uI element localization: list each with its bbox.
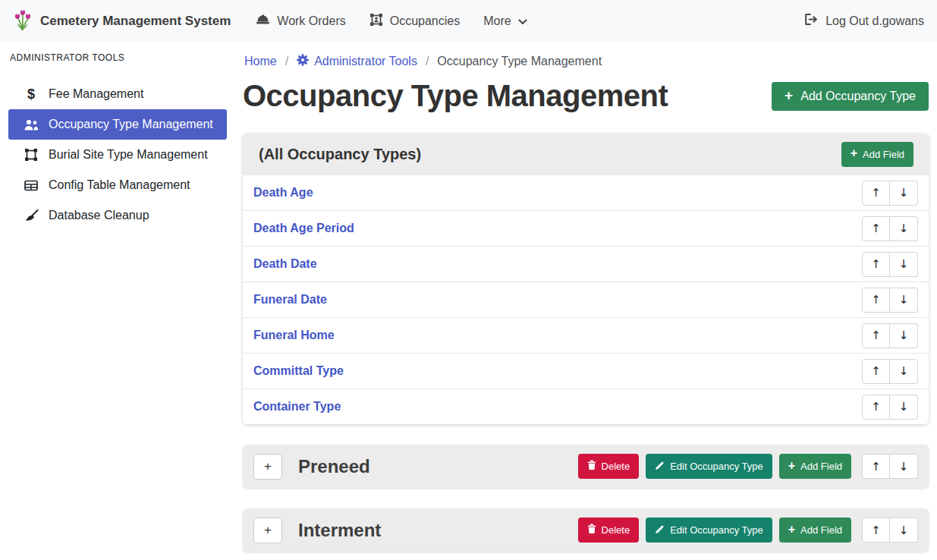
field-link-container-type[interactable]: Container Type [253, 400, 341, 414]
sidebar-heading: ADMINISTRATOR TOOLS [8, 49, 227, 63]
move-down-button[interactable]: ↓ [890, 252, 918, 277]
sidebar-item-database-cleanup[interactable]: Database Cleanup [8, 200, 227, 231]
top-navbar: Cemetery Management System Work Orders [0, 0, 937, 42]
add-field-label: Add Field [800, 524, 842, 536]
field-row: Funeral Date ↑ ↓ [243, 282, 929, 317]
add-field-button[interactable]: + Add Field [779, 454, 851, 479]
all-occupancy-types-header: (All Occupancy Types) + Add Field [243, 134, 929, 175]
logout-icon [803, 13, 819, 29]
pencil-icon [655, 461, 665, 473]
move-up-button[interactable]: ↑ [862, 518, 890, 543]
gear-icon [297, 54, 309, 69]
page-title: Occupancy Type Management [243, 79, 668, 113]
breadcrumb-admin-tools-label: Administrator Tools [314, 55, 417, 68]
breadcrumb-home[interactable]: Home [244, 55, 277, 68]
expand-button[interactable]: + [253, 518, 282, 543]
plus-icon: + [785, 88, 793, 102]
field-link-death-date[interactable]: Death Date [253, 257, 317, 271]
breadcrumb-current: Occupancy Type Management [437, 55, 602, 68]
reorder-controls: ↑ ↓ [862, 518, 918, 543]
logout-label: Log Out d.gowans [825, 14, 924, 28]
breadcrumb-administrator-tools[interactable]: Administrator Tools [297, 54, 417, 69]
broom-icon [22, 209, 40, 222]
add-field-button[interactable]: + Add Field [841, 142, 913, 167]
nav-more[interactable]: More [483, 14, 527, 28]
edit-occupancy-type-button[interactable]: Edit Occupancy Type [646, 454, 772, 479]
delete-label: Delete [602, 524, 630, 536]
sidebar: ADMINISTRATOR TOOLS $ Fee Management Occ… [0, 42, 235, 560]
plus-icon: + [851, 147, 857, 159]
breadcrumb-separator: / [426, 55, 429, 68]
move-up-button[interactable]: ↑ [862, 252, 890, 277]
field-row: Death Age ↑ ↓ [243, 175, 929, 210]
field-link-funeral-home[interactable]: Funeral Home [253, 329, 335, 342]
field-link-committal-type[interactable]: Committal Type [253, 364, 344, 378]
field-link-death-age[interactable]: Death Age [253, 186, 313, 200]
move-down-button[interactable]: ↓ [890, 359, 918, 384]
dollar-icon: $ [22, 87, 40, 102]
reorder-controls: ↑ ↓ [862, 216, 918, 241]
reorder-controls: ↑ ↓ [862, 454, 918, 479]
app-title: Cemetery Management System [40, 14, 231, 29]
move-up-button[interactable]: ↑ [862, 323, 890, 348]
sidebar-item-label: Config Table Management [49, 178, 190, 192]
sidebar-item-fee-management[interactable]: $ Fee Management [8, 79, 227, 109]
move-up-button[interactable]: ↑ [862, 181, 890, 206]
sidebar-item-occupancy-type-management[interactable]: Occupancy Type Management [8, 109, 227, 140]
add-occupancy-type-button[interactable]: + Add Occupancy Type [772, 82, 929, 111]
field-row: Funeral Home ↑ ↓ [243, 317, 929, 353]
chevron-down-icon [518, 14, 527, 28]
move-up-button[interactable]: ↑ [862, 288, 890, 313]
move-down-button[interactable]: ↓ [890, 181, 918, 206]
burial-plot-icon [369, 13, 383, 30]
move-up-button[interactable]: ↑ [862, 359, 890, 384]
pencil-icon [655, 524, 665, 536]
breadcrumb-home-label: Home [244, 55, 277, 68]
plus-icon: + [788, 524, 795, 536]
reorder-controls: ↑ ↓ [862, 181, 918, 206]
sidebar-item-burial-site-type-management[interactable]: Burial Site Type Management [8, 140, 227, 170]
app-brand[interactable]: Cemetery Management System [13, 8, 231, 34]
field-row: Committal Type ↑ ↓ [243, 353, 929, 389]
delete-button[interactable]: Delete [578, 518, 640, 543]
move-down-button[interactable]: ↓ [890, 518, 918, 543]
occupancy-type-section-preneed: + Preneed Delete [243, 445, 929, 488]
move-down-button[interactable]: ↓ [890, 395, 918, 420]
expand-button[interactable]: + [253, 454, 282, 480]
move-down-button[interactable]: ↓ [890, 288, 918, 313]
move-down-button[interactable]: ↓ [890, 454, 918, 479]
section-actions: Delete Edit Occupancy Type + Add Field ↑ [578, 518, 918, 543]
sidebar-item-label: Fee Management [49, 87, 143, 101]
edit-occupancy-type-button[interactable]: Edit Occupancy Type [646, 518, 772, 543]
sidebar-item-config-table-management[interactable]: Config Table Management [8, 170, 227, 200]
field-link-funeral-date[interactable]: Funeral Date [253, 293, 327, 307]
navbar-links: Work Orders Occupancies M [256, 13, 527, 30]
all-occupancy-types-card: (All Occupancy Types) + Add Field Death … [243, 134, 929, 424]
move-down-button[interactable]: ↓ [890, 323, 918, 348]
logout-link[interactable]: Log Out d.gowans [803, 13, 924, 29]
trash-icon [587, 460, 596, 473]
add-field-label: Add Field [800, 461, 842, 472]
delete-label: Delete [602, 461, 630, 472]
delete-button[interactable]: Delete [578, 454, 640, 479]
add-occupancy-type-label: Add Occupancy Type [800, 90, 916, 103]
sidebar-item-label: Database Cleanup [49, 209, 149, 222]
move-up-button[interactable]: ↑ [862, 216, 890, 241]
field-row: Container Type ↑ ↓ [243, 389, 929, 424]
field-row: Death Date ↑ ↓ [243, 246, 929, 282]
burial-plot-icon [22, 148, 40, 162]
table-icon [22, 180, 40, 191]
move-up-button[interactable]: ↑ [862, 454, 890, 479]
field-link-death-age-period[interactable]: Death Age Period [253, 222, 354, 235]
main-content: Home / Administrat [235, 42, 937, 560]
reorder-controls: ↑ ↓ [862, 288, 918, 313]
occupancy-type-section-interment: + Interment Delete [243, 508, 929, 552]
breadcrumb-separator: / [285, 55, 288, 68]
nav-occupancies[interactable]: Occupancies [369, 13, 461, 30]
move-down-button[interactable]: ↓ [890, 216, 918, 241]
users-icon [22, 119, 40, 131]
add-field-button[interactable]: + Add Field [779, 518, 851, 543]
move-up-button[interactable]: ↑ [862, 395, 890, 420]
nav-work-orders[interactable]: Work Orders [256, 14, 345, 28]
trash-icon [587, 524, 596, 536]
